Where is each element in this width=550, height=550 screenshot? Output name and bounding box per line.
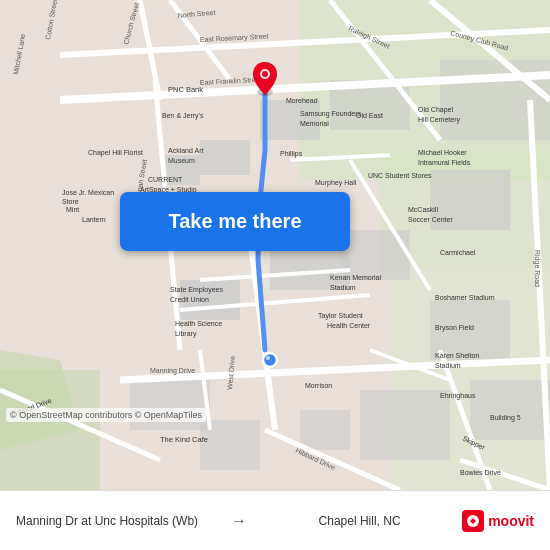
- svg-text:CURRENT: CURRENT: [148, 176, 183, 183]
- svg-text:Carmichael: Carmichael: [440, 249, 476, 256]
- svg-text:McCaskill: McCaskill: [408, 206, 438, 213]
- moovit-icon: [462, 510, 484, 532]
- svg-text:Boshamer Stadium: Boshamer Stadium: [435, 294, 495, 301]
- moovit-logo: moovit: [462, 510, 534, 532]
- svg-text:State Employees: State Employees: [170, 286, 223, 294]
- svg-text:Kenan Memorial: Kenan Memorial: [330, 274, 381, 281]
- svg-text:Stadium: Stadium: [435, 362, 461, 369]
- svg-text:Ehringhaus: Ehringhaus: [440, 392, 476, 400]
- destination-city: Chapel Hill, NC: [257, 514, 462, 528]
- svg-text:Credit Union: Credit Union: [170, 296, 209, 303]
- svg-text:Store: Store: [62, 198, 79, 205]
- svg-text:Ben & Jerry's: Ben & Jerry's: [162, 112, 204, 120]
- moovit-text: moovit: [488, 513, 534, 529]
- svg-text:Hill Cemetery: Hill Cemetery: [418, 116, 461, 124]
- attribution: © OpenStreetMap contributors © OpenMapTi…: [6, 408, 206, 422]
- svg-text:Building 5: Building 5: [490, 414, 521, 422]
- svg-text:Bryson Field: Bryson Field: [435, 324, 474, 332]
- svg-text:Morrison: Morrison: [305, 382, 332, 389]
- svg-rect-20: [300, 410, 350, 450]
- bottom-bar: Manning Dr at Unc Hospitals (Wb) → Chape…: [0, 490, 550, 550]
- origin-stop: Manning Dr at Unc Hospitals (Wb): [16, 514, 221, 528]
- svg-point-104: [263, 353, 277, 367]
- arrow-icon: →: [231, 512, 247, 530]
- svg-text:Memorial: Memorial: [300, 120, 329, 127]
- svg-text:Morehead: Morehead: [286, 97, 318, 104]
- svg-text:Phillips: Phillips: [280, 150, 303, 158]
- svg-point-105: [266, 356, 270, 360]
- svg-rect-17: [470, 380, 550, 440]
- svg-rect-18: [130, 380, 210, 430]
- svg-text:Karen Shelton: Karen Shelton: [435, 352, 479, 359]
- svg-text:Health Center: Health Center: [327, 322, 371, 329]
- svg-text:Ackland Art: Ackland Art: [168, 147, 203, 154]
- svg-rect-9: [200, 140, 250, 175]
- svg-text:The Kind Cafe: The Kind Cafe: [160, 435, 208, 444]
- svg-text:Michael Hooker: Michael Hooker: [418, 149, 467, 156]
- svg-text:Intramural Fields: Intramural Fields: [418, 159, 471, 166]
- map-container: North Street East Rosemary Street East F…: [0, 0, 550, 490]
- svg-text:Ridge Road: Ridge Road: [533, 250, 541, 287]
- svg-text:Library: Library: [175, 330, 197, 338]
- svg-rect-16: [360, 390, 450, 460]
- svg-text:Manning Drive: Manning Drive: [150, 367, 195, 375]
- svg-text:Murphey Hall: Murphey Hall: [315, 179, 357, 187]
- svg-text:Jose Jr. Mexican: Jose Jr. Mexican: [62, 189, 114, 196]
- svg-text:PNC Bank: PNC Bank: [168, 85, 203, 94]
- svg-text:Taylor Student: Taylor Student: [318, 312, 363, 320]
- svg-text:Old East: Old East: [356, 112, 383, 119]
- svg-text:UNC Student Stores: UNC Student Stores: [368, 172, 432, 179]
- svg-text:Chapel Hill Florist: Chapel Hill Florist: [88, 149, 143, 157]
- svg-text:Bowles Drive: Bowles Drive: [460, 469, 501, 476]
- svg-rect-4: [0, 370, 100, 490]
- svg-text:Health Science: Health Science: [175, 320, 222, 327]
- svg-text:Samsung Founders: Samsung Founders: [300, 110, 362, 118]
- svg-text:Lantern: Lantern: [82, 216, 106, 223]
- svg-text:Mint: Mint: [66, 206, 79, 213]
- svg-text:Old Chapel: Old Chapel: [418, 106, 453, 114]
- svg-point-102: [262, 71, 268, 77]
- take-me-there-button[interactable]: Take me there: [120, 192, 350, 251]
- svg-text:Museum: Museum: [168, 157, 195, 164]
- svg-text:Stadium: Stadium: [330, 284, 356, 291]
- svg-text:Soccer Center: Soccer Center: [408, 216, 453, 223]
